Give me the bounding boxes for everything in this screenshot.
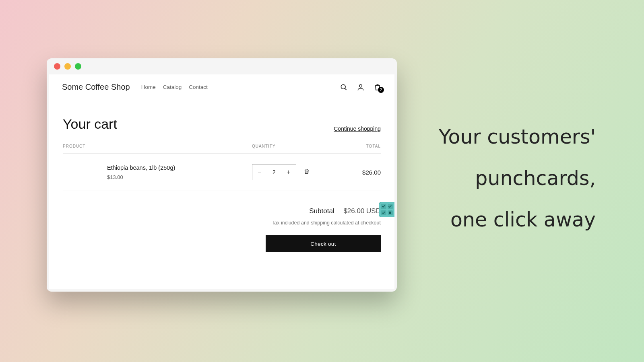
svg-line-1 <box>345 88 347 90</box>
page: Some Coffee Shop Home Catalog Contact 2 <box>49 74 394 289</box>
window-minimize-button[interactable] <box>64 63 71 70</box>
product-name[interactable]: Ethiopia beans, 1lb (250g) <box>107 165 252 171</box>
remove-item-button[interactable] <box>303 168 310 177</box>
site-header: Some Coffee Shop Home Catalog Contact 2 <box>49 74 394 100</box>
window-close-button[interactable] <box>54 63 60 70</box>
check-icon <box>381 210 386 216</box>
subtotal-value: $26.00 USD <box>343 207 381 215</box>
brand[interactable]: Some Coffee Shop <box>62 82 130 92</box>
account-icon[interactable] <box>357 83 365 91</box>
check-icon <box>388 204 393 209</box>
product-price: $13.00 <box>107 174 252 180</box>
punchcard-widget-button[interactable] <box>379 202 394 217</box>
svg-rect-3 <box>389 212 391 214</box>
cart-icon[interactable]: 2 <box>374 83 382 91</box>
qty-increase-button[interactable]: + <box>281 169 296 176</box>
page-title: Your cart <box>63 116 117 132</box>
tagline-line: Your customers' <box>439 117 596 158</box>
cart-line-item: Ethiopia beans, 1lb (250g) $13.00 − 2 + … <box>63 154 381 191</box>
qty-value[interactable]: 2 <box>267 169 281 175</box>
cart-summary: Subtotal $26.00 USD Tax included and shi… <box>63 191 381 252</box>
tax-note: Tax included and shipping calculated at … <box>63 220 381 226</box>
svg-point-0 <box>341 84 345 89</box>
empty-slot-icon <box>388 210 393 216</box>
cart-table-header: PRODUCT QUANTITY TOTAL <box>63 144 381 154</box>
line-total: $26.00 <box>332 169 381 176</box>
cart-body: Your cart Continue shopping PRODUCT QUAN… <box>49 100 394 252</box>
tagline-line: punchcards, <box>439 158 596 200</box>
nav-contact[interactable]: Contact <box>189 84 208 90</box>
quantity-stepper: − 2 + <box>252 164 296 180</box>
col-product: PRODUCT <box>63 144 252 148</box>
svg-point-2 <box>359 84 362 87</box>
continue-shopping-link[interactable]: Continue shopping <box>334 125 381 132</box>
window-zoom-button[interactable] <box>75 63 81 70</box>
header-icons: 2 <box>340 83 382 91</box>
subtotal-label: Subtotal <box>309 207 334 215</box>
checkout-button[interactable]: Check out <box>266 235 381 252</box>
marketing-tagline: Your customers' punchcards, one click aw… <box>439 117 596 241</box>
tagline-line: one click away <box>439 200 596 241</box>
primary-nav: Home Catalog Contact <box>141 84 208 90</box>
nav-catalog[interactable]: Catalog <box>163 84 182 90</box>
cart-badge: 2 <box>378 87 384 93</box>
nav-home[interactable]: Home <box>141 84 156 90</box>
check-icon <box>381 204 386 209</box>
browser-window: Some Coffee Shop Home Catalog Contact 2 <box>47 58 397 292</box>
col-total: TOTAL <box>332 144 381 148</box>
col-quantity: QUANTITY <box>252 144 332 148</box>
search-icon[interactable] <box>340 83 348 91</box>
window-titlebar <box>47 58 397 74</box>
qty-decrease-button[interactable]: − <box>252 169 267 176</box>
